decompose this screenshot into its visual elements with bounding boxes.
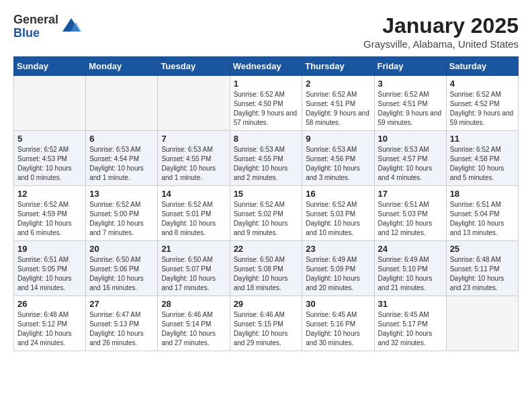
table-row: 2Sunrise: 6:52 AM Sunset: 4:51 PM Daylig… bbox=[302, 76, 374, 131]
table-row: 23Sunrise: 6:49 AM Sunset: 5:09 PM Dayli… bbox=[302, 241, 374, 296]
day-info: Sunrise: 6:52 AM Sunset: 5:02 PM Dayligh… bbox=[234, 200, 299, 238]
day-number: 6 bbox=[89, 134, 154, 144]
table-row: 14Sunrise: 6:52 AM Sunset: 5:01 PM Dayli… bbox=[158, 186, 230, 241]
day-info: Sunrise: 6:52 AM Sunset: 4:52 PM Dayligh… bbox=[450, 90, 515, 128]
calendar-week-row: 26Sunrise: 6:48 AM Sunset: 5:12 PM Dayli… bbox=[14, 296, 519, 351]
day-number: 10 bbox=[378, 134, 443, 144]
calendar-table: Sunday Monday Tuesday Wednesday Thursday… bbox=[13, 56, 519, 351]
table-row: 19Sunrise: 6:51 AM Sunset: 5:05 PM Dayli… bbox=[14, 241, 86, 296]
calendar-week-row: 12Sunrise: 6:52 AM Sunset: 4:59 PM Dayli… bbox=[14, 186, 519, 241]
day-info: Sunrise: 6:50 AM Sunset: 5:08 PM Dayligh… bbox=[234, 255, 299, 293]
day-number: 5 bbox=[17, 134, 82, 144]
day-info: Sunrise: 6:53 AM Sunset: 4:56 PM Dayligh… bbox=[306, 145, 370, 183]
day-number: 30 bbox=[306, 299, 370, 309]
header-wednesday: Wednesday bbox=[230, 57, 302, 76]
table-row: 22Sunrise: 6:50 AM Sunset: 5:08 PM Dayli… bbox=[230, 241, 302, 296]
day-number: 28 bbox=[161, 299, 226, 309]
day-number: 8 bbox=[234, 134, 299, 144]
table-row: 29Sunrise: 6:46 AM Sunset: 5:15 PM Dayli… bbox=[230, 296, 302, 351]
table-row bbox=[446, 296, 518, 351]
day-info: Sunrise: 6:49 AM Sunset: 5:09 PM Dayligh… bbox=[306, 255, 370, 293]
table-row: 5Sunrise: 6:52 AM Sunset: 4:53 PM Daylig… bbox=[14, 131, 86, 186]
day-info: Sunrise: 6:51 AM Sunset: 5:04 PM Dayligh… bbox=[450, 200, 515, 238]
day-info: Sunrise: 6:53 AM Sunset: 4:55 PM Dayligh… bbox=[234, 145, 299, 183]
table-row: 20Sunrise: 6:50 AM Sunset: 5:06 PM Dayli… bbox=[86, 241, 158, 296]
day-info: Sunrise: 6:52 AM Sunset: 4:58 PM Dayligh… bbox=[450, 145, 515, 183]
table-row: 18Sunrise: 6:51 AM Sunset: 5:04 PM Dayli… bbox=[446, 186, 518, 241]
logo: General Blue bbox=[13, 13, 81, 40]
table-row: 13Sunrise: 6:52 AM Sunset: 5:00 PM Dayli… bbox=[86, 186, 158, 241]
day-info: Sunrise: 6:52 AM Sunset: 4:51 PM Dayligh… bbox=[306, 90, 370, 128]
day-info: Sunrise: 6:47 AM Sunset: 5:13 PM Dayligh… bbox=[89, 310, 154, 348]
day-number: 29 bbox=[234, 299, 299, 309]
day-info: Sunrise: 6:45 AM Sunset: 5:16 PM Dayligh… bbox=[306, 310, 370, 348]
month-title: January 2025 bbox=[363, 13, 519, 38]
header-sunday: Sunday bbox=[14, 57, 86, 76]
table-row: 1Sunrise: 6:52 AM Sunset: 4:50 PM Daylig… bbox=[230, 76, 302, 131]
day-number: 2 bbox=[306, 79, 370, 89]
day-info: Sunrise: 6:52 AM Sunset: 5:00 PM Dayligh… bbox=[89, 200, 154, 238]
day-number: 18 bbox=[450, 189, 515, 199]
day-info: Sunrise: 6:46 AM Sunset: 5:15 PM Dayligh… bbox=[234, 310, 299, 348]
day-info: Sunrise: 6:49 AM Sunset: 5:10 PM Dayligh… bbox=[378, 255, 443, 293]
logo-icon bbox=[61, 17, 81, 37]
table-row: 30Sunrise: 6:45 AM Sunset: 5:16 PM Dayli… bbox=[302, 296, 374, 351]
day-info: Sunrise: 6:52 AM Sunset: 4:53 PM Dayligh… bbox=[17, 145, 82, 183]
day-number: 19 bbox=[17, 244, 82, 254]
table-row bbox=[86, 76, 158, 131]
day-info: Sunrise: 6:52 AM Sunset: 4:51 PM Dayligh… bbox=[378, 90, 443, 128]
day-number: 20 bbox=[89, 244, 154, 254]
day-info: Sunrise: 6:50 AM Sunset: 5:06 PM Dayligh… bbox=[89, 255, 154, 293]
day-number: 23 bbox=[306, 244, 370, 254]
logo-general-text: General bbox=[13, 13, 58, 27]
day-number: 22 bbox=[234, 244, 299, 254]
table-row: 6Sunrise: 6:53 AM Sunset: 4:54 PM Daylig… bbox=[86, 131, 158, 186]
header-monday: Monday bbox=[86, 57, 158, 76]
day-info: Sunrise: 6:45 AM Sunset: 5:17 PM Dayligh… bbox=[378, 310, 443, 348]
day-number: 11 bbox=[450, 134, 515, 144]
header-tuesday: Tuesday bbox=[158, 57, 230, 76]
table-row: 3Sunrise: 6:52 AM Sunset: 4:51 PM Daylig… bbox=[374, 76, 446, 131]
day-info: Sunrise: 6:51 AM Sunset: 5:03 PM Dayligh… bbox=[378, 200, 443, 238]
logo-blue-text: Blue bbox=[13, 27, 58, 40]
day-number: 15 bbox=[234, 189, 299, 199]
table-row: 12Sunrise: 6:52 AM Sunset: 4:59 PM Dayli… bbox=[14, 186, 86, 241]
day-info: Sunrise: 6:51 AM Sunset: 5:05 PM Dayligh… bbox=[17, 255, 82, 293]
day-info: Sunrise: 6:53 AM Sunset: 4:55 PM Dayligh… bbox=[161, 145, 226, 183]
table-row: 15Sunrise: 6:52 AM Sunset: 5:02 PM Dayli… bbox=[230, 186, 302, 241]
day-info: Sunrise: 6:48 AM Sunset: 5:11 PM Dayligh… bbox=[450, 255, 515, 293]
day-number: 7 bbox=[161, 134, 226, 144]
day-info: Sunrise: 6:52 AM Sunset: 4:50 PM Dayligh… bbox=[234, 90, 299, 128]
header-saturday: Saturday bbox=[446, 57, 518, 76]
title-section: January 2025 Graysville, Alabama, United… bbox=[363, 13, 519, 50]
day-number: 12 bbox=[17, 189, 82, 199]
calendar-week-row: 1Sunrise: 6:52 AM Sunset: 4:50 PM Daylig… bbox=[14, 76, 519, 131]
weekday-header-row: Sunday Monday Tuesday Wednesday Thursday… bbox=[14, 57, 519, 76]
day-info: Sunrise: 6:52 AM Sunset: 5:03 PM Dayligh… bbox=[306, 200, 370, 238]
table-row: 26Sunrise: 6:48 AM Sunset: 5:12 PM Dayli… bbox=[14, 296, 86, 351]
calendar-week-row: 19Sunrise: 6:51 AM Sunset: 5:05 PM Dayli… bbox=[14, 241, 519, 296]
table-row bbox=[14, 76, 86, 131]
day-number: 13 bbox=[89, 189, 154, 199]
day-info: Sunrise: 6:52 AM Sunset: 5:01 PM Dayligh… bbox=[161, 200, 226, 238]
table-row: 4Sunrise: 6:52 AM Sunset: 4:52 PM Daylig… bbox=[446, 76, 518, 131]
table-row: 7Sunrise: 6:53 AM Sunset: 4:55 PM Daylig… bbox=[158, 131, 230, 186]
table-row: 17Sunrise: 6:51 AM Sunset: 5:03 PM Dayli… bbox=[374, 186, 446, 241]
table-row: 31Sunrise: 6:45 AM Sunset: 5:17 PM Dayli… bbox=[374, 296, 446, 351]
table-row: 16Sunrise: 6:52 AM Sunset: 5:03 PM Dayli… bbox=[302, 186, 374, 241]
table-row: 27Sunrise: 6:47 AM Sunset: 5:13 PM Dayli… bbox=[86, 296, 158, 351]
page-header: General Blue January 2025 Graysville, Al… bbox=[13, 13, 519, 50]
table-row: 9Sunrise: 6:53 AM Sunset: 4:56 PM Daylig… bbox=[302, 131, 374, 186]
table-row: 24Sunrise: 6:49 AM Sunset: 5:10 PM Dayli… bbox=[374, 241, 446, 296]
day-number: 17 bbox=[378, 189, 443, 199]
day-number: 21 bbox=[161, 244, 226, 254]
day-number: 26 bbox=[17, 299, 82, 309]
day-number: 14 bbox=[161, 189, 226, 199]
table-row: 10Sunrise: 6:53 AM Sunset: 4:57 PM Dayli… bbox=[374, 131, 446, 186]
day-info: Sunrise: 6:48 AM Sunset: 5:12 PM Dayligh… bbox=[17, 310, 82, 348]
day-number: 16 bbox=[306, 189, 370, 199]
day-info: Sunrise: 6:46 AM Sunset: 5:14 PM Dayligh… bbox=[161, 310, 226, 348]
day-info: Sunrise: 6:50 AM Sunset: 5:07 PM Dayligh… bbox=[161, 255, 226, 293]
table-row: 28Sunrise: 6:46 AM Sunset: 5:14 PM Dayli… bbox=[158, 296, 230, 351]
day-number: 4 bbox=[450, 79, 515, 89]
